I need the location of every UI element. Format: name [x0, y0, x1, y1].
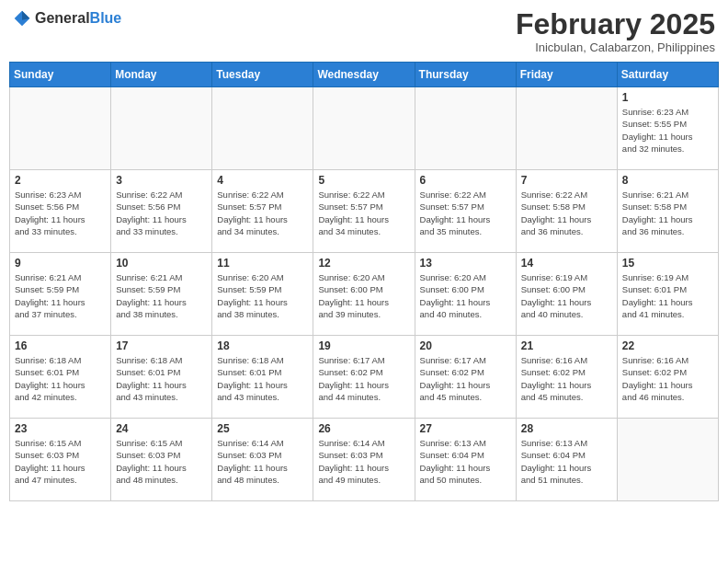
weekday-header-row: SundayMondayTuesdayWednesdayThursdayFrid…	[10, 63, 719, 87]
logo-general: General	[35, 10, 90, 26]
day-info: Sunrise: 6:21 AM Sunset: 5:59 PM Dayligh…	[15, 271, 106, 320]
calendar-cell: 13Sunrise: 6:20 AM Sunset: 6:00 PM Dayli…	[415, 253, 516, 336]
day-number: 17	[116, 339, 207, 352]
day-number: 26	[318, 422, 409, 435]
day-info: Sunrise: 6:18 AM Sunset: 6:01 PM Dayligh…	[116, 354, 207, 403]
day-number: 23	[15, 422, 106, 435]
day-info: Sunrise: 6:15 AM Sunset: 6:03 PM Dayligh…	[116, 437, 207, 486]
day-number: 14	[521, 257, 612, 270]
logo-icon	[13, 9, 31, 28]
calendar-cell: 7Sunrise: 6:22 AM Sunset: 5:58 PM Daylig…	[516, 170, 617, 253]
day-number: 16	[15, 339, 106, 352]
calendar-cell	[212, 87, 313, 170]
day-info: Sunrise: 6:18 AM Sunset: 6:01 PM Dayligh…	[15, 354, 106, 403]
day-number: 11	[217, 257, 308, 270]
day-number: 4	[217, 174, 308, 187]
day-info: Sunrise: 6:14 AM Sunset: 6:03 PM Dayligh…	[217, 437, 308, 486]
calendar-cell: 20Sunrise: 6:17 AM Sunset: 6:02 PM Dayli…	[415, 336, 516, 419]
day-info: Sunrise: 6:21 AM Sunset: 5:59 PM Dayligh…	[116, 271, 207, 320]
day-info: Sunrise: 6:22 AM Sunset: 5:57 PM Dayligh…	[217, 189, 308, 237]
day-info: Sunrise: 6:14 AM Sunset: 6:03 PM Dayligh…	[318, 437, 409, 486]
calendar-cell: 9Sunrise: 6:21 AM Sunset: 5:59 PM Daylig…	[10, 253, 111, 336]
calendar-cell: 2Sunrise: 6:23 AM Sunset: 5:56 PM Daylig…	[10, 170, 111, 253]
calendar-cell: 11Sunrise: 6:20 AM Sunset: 5:59 PM Dayli…	[212, 253, 313, 336]
day-info: Sunrise: 6:19 AM Sunset: 6:00 PM Dayligh…	[521, 271, 612, 320]
day-info: Sunrise: 6:16 AM Sunset: 6:02 PM Dayligh…	[521, 354, 612, 403]
calendar-cell	[415, 87, 516, 170]
calendar-cell: 6Sunrise: 6:22 AM Sunset: 5:57 PM Daylig…	[415, 170, 516, 253]
calendar-cell: 5Sunrise: 6:22 AM Sunset: 5:57 PM Daylig…	[313, 170, 415, 253]
weekday-header-monday: Monday	[111, 63, 212, 87]
calendar-cell	[516, 87, 617, 170]
week-row-1: 1Sunrise: 6:23 AM Sunset: 5:55 PM Daylig…	[10, 87, 719, 170]
day-number: 2	[15, 174, 106, 187]
weekday-header-sunday: Sunday	[10, 63, 111, 87]
day-number: 22	[622, 339, 713, 352]
calendar-cell: 3Sunrise: 6:22 AM Sunset: 5:56 PM Daylig…	[111, 170, 212, 253]
title-block: February 2025 Inicbulan, Calabarzon, Phi…	[516, 9, 715, 54]
day-number: 20	[420, 339, 511, 352]
logo-text: GeneralBlue	[35, 10, 121, 27]
calendar-cell: 18Sunrise: 6:18 AM Sunset: 6:01 PM Dayli…	[212, 336, 313, 419]
calendar-cell	[111, 87, 212, 170]
day-number: 24	[116, 422, 207, 435]
svg-marker-1	[22, 11, 29, 20]
day-info: Sunrise: 6:20 AM Sunset: 5:59 PM Dayligh…	[217, 271, 308, 320]
logo: GeneralBlue	[13, 9, 121, 28]
calendar-cell	[617, 419, 718, 501]
weekday-header-tuesday: Tuesday	[212, 63, 313, 87]
week-row-2: 2Sunrise: 6:23 AM Sunset: 5:56 PM Daylig…	[10, 170, 719, 253]
calendar-cell: 26Sunrise: 6:14 AM Sunset: 6:03 PM Dayli…	[313, 419, 415, 501]
day-info: Sunrise: 6:13 AM Sunset: 6:04 PM Dayligh…	[521, 437, 612, 486]
day-info: Sunrise: 6:22 AM Sunset: 5:56 PM Dayligh…	[116, 189, 207, 237]
calendar-cell: 1Sunrise: 6:23 AM Sunset: 5:55 PM Daylig…	[617, 87, 718, 170]
calendar-cell: 14Sunrise: 6:19 AM Sunset: 6:00 PM Dayli…	[516, 253, 617, 336]
day-info: Sunrise: 6:22 AM Sunset: 5:57 PM Dayligh…	[420, 189, 511, 237]
calendar-cell: 16Sunrise: 6:18 AM Sunset: 6:01 PM Dayli…	[10, 336, 111, 419]
day-info: Sunrise: 6:20 AM Sunset: 6:00 PM Dayligh…	[318, 271, 409, 320]
day-number: 19	[318, 339, 409, 352]
day-info: Sunrise: 6:23 AM Sunset: 5:56 PM Dayligh…	[15, 189, 106, 237]
day-number: 10	[116, 257, 207, 270]
calendar-cell: 21Sunrise: 6:16 AM Sunset: 6:02 PM Dayli…	[516, 336, 617, 419]
weekday-header-wednesday: Wednesday	[313, 63, 415, 87]
calendar-cell: 23Sunrise: 6:15 AM Sunset: 6:03 PM Dayli…	[10, 419, 111, 501]
day-number: 21	[521, 339, 612, 352]
calendar-cell: 22Sunrise: 6:16 AM Sunset: 6:02 PM Dayli…	[617, 336, 718, 419]
day-info: Sunrise: 6:20 AM Sunset: 6:00 PM Dayligh…	[420, 271, 511, 320]
calendar-table: SundayMondayTuesdayWednesdayThursdayFrid…	[9, 62, 719, 501]
logo-blue: Blue	[90, 10, 122, 26]
day-number: 18	[217, 339, 308, 352]
day-info: Sunrise: 6:13 AM Sunset: 6:04 PM Dayligh…	[420, 437, 511, 486]
day-info: Sunrise: 6:23 AM Sunset: 5:55 PM Dayligh…	[622, 106, 713, 155]
day-number: 12	[318, 257, 409, 270]
week-row-5: 23Sunrise: 6:15 AM Sunset: 6:03 PM Dayli…	[10, 419, 719, 501]
day-number: 15	[622, 257, 713, 270]
calendar-cell: 17Sunrise: 6:18 AM Sunset: 6:01 PM Dayli…	[111, 336, 212, 419]
day-info: Sunrise: 6:19 AM Sunset: 6:01 PM Dayligh…	[622, 271, 713, 320]
calendar-cell: 12Sunrise: 6:20 AM Sunset: 6:00 PM Dayli…	[313, 253, 415, 336]
calendar-cell: 25Sunrise: 6:14 AM Sunset: 6:03 PM Dayli…	[212, 419, 313, 501]
weekday-header-saturday: Saturday	[617, 63, 718, 87]
day-info: Sunrise: 6:15 AM Sunset: 6:03 PM Dayligh…	[15, 437, 106, 486]
calendar-cell: 10Sunrise: 6:21 AM Sunset: 5:59 PM Dayli…	[111, 253, 212, 336]
calendar-cell	[10, 87, 111, 170]
weekday-header-friday: Friday	[516, 63, 617, 87]
day-number: 9	[15, 257, 106, 270]
calendar-cell: 15Sunrise: 6:19 AM Sunset: 6:01 PM Dayli…	[617, 253, 718, 336]
calendar-cell: 27Sunrise: 6:13 AM Sunset: 6:04 PM Dayli…	[415, 419, 516, 501]
page-header: GeneralBlue February 2025 Inicbulan, Cal…	[9, 9, 719, 54]
weekday-header-thursday: Thursday	[415, 63, 516, 87]
week-row-4: 16Sunrise: 6:18 AM Sunset: 6:01 PM Dayli…	[10, 336, 719, 419]
day-number: 8	[622, 174, 713, 187]
day-info: Sunrise: 6:16 AM Sunset: 6:02 PM Dayligh…	[622, 354, 713, 403]
day-info: Sunrise: 6:18 AM Sunset: 6:01 PM Dayligh…	[217, 354, 308, 403]
day-info: Sunrise: 6:22 AM Sunset: 5:57 PM Dayligh…	[318, 189, 409, 237]
calendar-cell	[313, 87, 415, 170]
day-number: 7	[521, 174, 612, 187]
day-number: 1	[622, 91, 713, 104]
day-number: 13	[420, 257, 511, 270]
day-info: Sunrise: 6:17 AM Sunset: 6:02 PM Dayligh…	[420, 354, 511, 403]
calendar-cell: 28Sunrise: 6:13 AM Sunset: 6:04 PM Dayli…	[516, 419, 617, 501]
calendar-cell: 24Sunrise: 6:15 AM Sunset: 6:03 PM Dayli…	[111, 419, 212, 501]
